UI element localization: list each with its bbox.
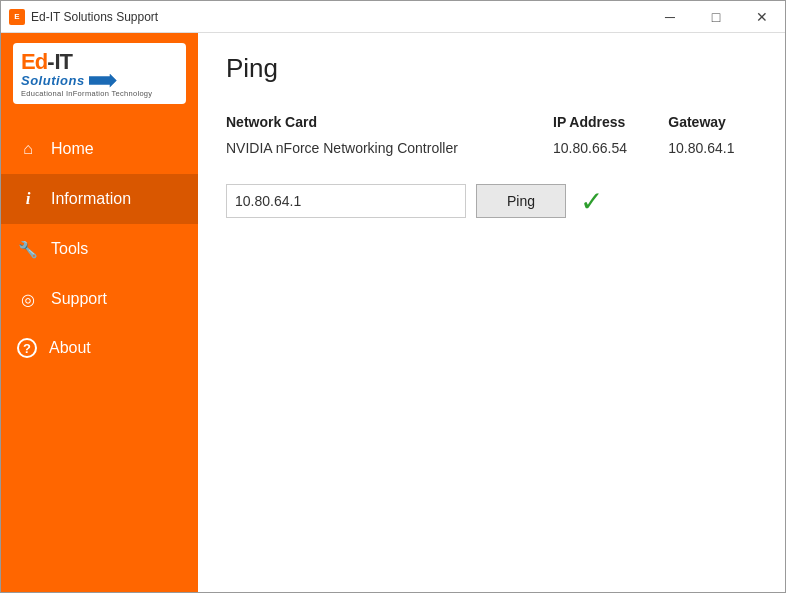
col-header-ip-address: IP Address xyxy=(553,108,668,136)
logo-ed: Ed xyxy=(21,49,47,75)
window-title: Ed-IT Solutions Support xyxy=(31,10,158,24)
logo-solutions-row: Solutions xyxy=(21,73,117,88)
logo-dash: - xyxy=(47,49,54,75)
col-header-network-card: Network Card xyxy=(226,108,553,136)
information-icon: i xyxy=(17,188,39,210)
sidebar-item-home-label: Home xyxy=(51,140,94,158)
sidebar-item-support[interactable]: ◎ Support xyxy=(1,274,198,324)
sidebar-item-tools[interactable]: 🔧 Tools xyxy=(1,224,198,274)
page-title: Ping xyxy=(226,53,757,84)
network-card-value: NVIDIA nForce Networking Controller xyxy=(226,136,553,160)
home-icon: ⌂ xyxy=(17,138,39,160)
sidebar-item-home[interactable]: ⌂ Home xyxy=(1,124,198,174)
logo-box: Ed - IT Solutions Educational InFormatio… xyxy=(13,43,186,104)
content-area: Ping Network Card IP Address Gateway NVI… xyxy=(198,33,785,592)
network-table: Network Card IP Address Gateway NVIDIA n… xyxy=(226,108,757,160)
sidebar: Ed - IT Solutions Educational InFormatio… xyxy=(1,33,198,592)
tools-icon: 🔧 xyxy=(17,238,39,260)
sidebar-item-information-label: Information xyxy=(51,190,131,208)
app-body: Ed - IT Solutions Educational InFormatio… xyxy=(1,33,785,592)
window-controls: ─ □ ✕ xyxy=(647,1,785,33)
title-bar-left: E Ed-IT Solutions Support xyxy=(9,9,158,25)
minimize-button[interactable]: ─ xyxy=(647,1,693,33)
logo-solutions: Solutions xyxy=(21,73,85,88)
logo-top-row: Ed - IT xyxy=(21,49,72,75)
support-icon: ◎ xyxy=(17,288,39,310)
sidebar-item-tools-label: Tools xyxy=(51,240,88,258)
gateway-value: 10.80.64.1 xyxy=(668,136,757,160)
maximize-button[interactable]: □ xyxy=(693,1,739,33)
ping-button[interactable]: Ping xyxy=(476,184,566,218)
title-bar: E Ed-IT Solutions Support ─ □ ✕ xyxy=(1,1,785,33)
table-row: NVIDIA nForce Networking Controller 10.8… xyxy=(226,136,757,160)
col-header-gateway: Gateway xyxy=(668,108,757,136)
ip-address-value: 10.80.66.54 xyxy=(553,136,668,160)
ping-status-icon: ✓ xyxy=(580,185,603,218)
close-button[interactable]: ✕ xyxy=(739,1,785,33)
sidebar-item-about-label: About xyxy=(49,339,91,357)
sidebar-item-about[interactable]: ? About xyxy=(1,324,198,372)
ping-row: Ping ✓ xyxy=(226,184,757,218)
sidebar-logo: Ed - IT Solutions Educational InFormatio… xyxy=(1,33,198,116)
sidebar-item-support-label: Support xyxy=(51,290,107,308)
sidebar-nav: ⌂ Home i Information 🔧 Tools ◎ Support ? xyxy=(1,124,198,592)
ping-input[interactable] xyxy=(226,184,466,218)
logo-subtitle: Educational InFormation Technology xyxy=(21,89,152,98)
app-window: E Ed-IT Solutions Support ─ □ ✕ Ed - IT xyxy=(0,0,786,593)
logo-it: IT xyxy=(54,49,72,75)
about-icon: ? xyxy=(17,338,37,358)
sidebar-item-information[interactable]: i Information xyxy=(1,174,198,224)
app-icon: E xyxy=(9,9,25,25)
logo-arrow-icon xyxy=(89,74,117,88)
